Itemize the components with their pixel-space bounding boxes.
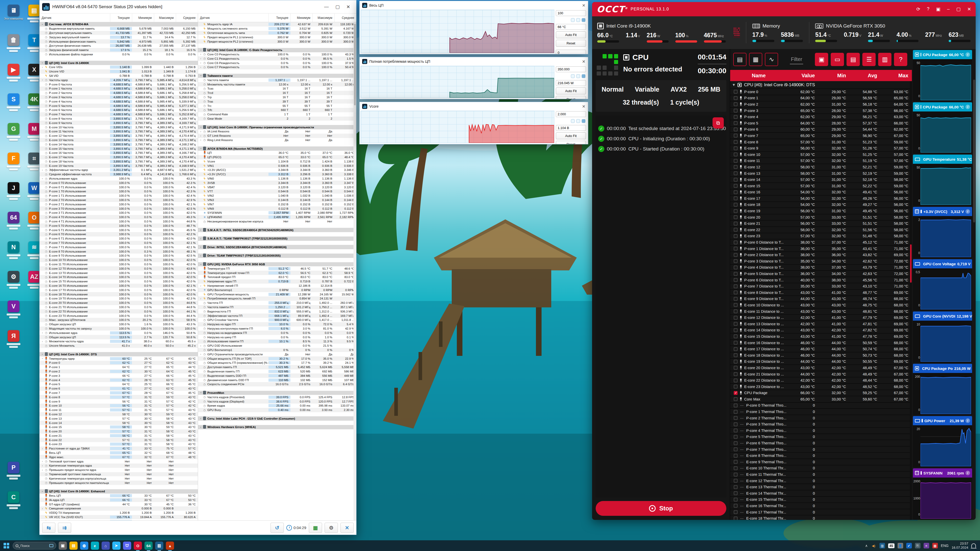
monitor-row[interactable]: P-core 2 Distance to T... 38,00 °C36,00 … — [730, 252, 912, 258]
sensor-row[interactable]: E-core 10 56 °C31 °C57 °C42 °C — [40, 403, 198, 408]
gpu-summary[interactable]: NVIDIA GeForce RTX 3050 51.4°C 0.719V 21… — [815, 23, 970, 42]
monitor-row[interactable]: Core Max 65,00 °C33,00 °C59,60 °C67,00 °… — [730, 396, 912, 403]
sensor-row[interactable]: ϟVTT 0.544 B0.544 B0.544 B0.544 B — [198, 189, 356, 194]
sensor-row[interactable]: ◷P-core 4 T1 Использование 100.0 %0.0 %1… — [40, 219, 198, 224]
sensor-graph-card[interactable]: +3.3V (3VCC) 3,312 V i 20 — [913, 207, 972, 258]
sensor-row[interactable]: ϟVBAT 3.120 B3.120 B3.120 B3.120 B — [198, 185, 356, 189]
sensor-row[interactable]: ◷Частота кадров (Displayed) 38.6 FPS0.0 … — [198, 399, 356, 403]
sensor-section-header[interactable]: ›Система: AFOX B760D4-MA — [40, 22, 198, 27]
sensor-row[interactable]: ◷Trp 16 T16 T16 T — [198, 95, 356, 100]
graph-checkbox[interactable] — [734, 140, 738, 144]
task-view-button[interactable]: ▣ — [59, 541, 67, 550]
sensor-section-header[interactable]: ›AFOX B760D4-MA (Nuvoton NCT5585D) — [198, 146, 356, 151]
sensor-row[interactable]: Весь ЦП 65 °C32 °C68 °C48 °C — [40, 451, 198, 455]
sensor-row[interactable]: ◷P-core 0 T0 Использование 100.0 %0.0 %1… — [40, 181, 198, 185]
sensor-graph-card[interactable]: GPU Temperature 51,38 °C i 500 — [913, 155, 972, 206]
sensor-row[interactable]: P-core 2 62 °C30 °C64 °C45 °C — [40, 369, 198, 374]
app-list-icon[interactable]: ≡ — [924, 543, 929, 548]
sensor-row[interactable]: ◷P-core 7 Частота 4,688.5 МГц4,588.8 МГц… — [40, 112, 198, 117]
sensor-row[interactable]: ◷Частота памяти ГП 1,250.2 ...101.2 МГц1… — [198, 305, 356, 310]
sensor-row[interactable]: ◷E-core 16 T0 Использование 100.0 %0.0 %… — [40, 284, 198, 288]
graph-checkbox[interactable] — [734, 516, 738, 520]
update-icon[interactable]: ⟳ — [916, 6, 920, 12]
monitor-row[interactable]: ⋯ E-core 17 Thermal Thr... 0 — [730, 509, 912, 516]
sensor-row[interactable]: ◷E-core 19 Частота 3,890.5 МГц3,790.7 МГ… — [40, 164, 198, 168]
sensor-row[interactable]: ◷Частота кадров (Presented) 39.0 FPS0.0 … — [198, 395, 356, 399]
sensor-row[interactable]: ◷E-core 11 Частота 3,890.5 МГц3,790.7 МГ… — [40, 129, 198, 134]
graph-checkbox[interactable] — [734, 184, 738, 188]
info-icon[interactable]: i — [966, 52, 970, 57]
monitor-row[interactable]: ⋯ E-core 12 Thermal Thr... 0 — [730, 478, 912, 484]
motherboard-filter-button[interactable]: ▤ — [846, 53, 860, 66]
desktop-icon[interactable]: ⚙ — [3, 271, 24, 289]
sensor-row[interactable]: ◷E-core 11 T0 Использование 100.0 %0.0 %… — [40, 262, 198, 267]
sensor-row[interactable]: ◷E-core 8 T0 Использование 100.0 %0.3 %1… — [40, 249, 198, 254]
sensor-row[interactable]: ϟVcore 1.104 B0.712 B1.424 B1.138 B — [198, 159, 356, 164]
cpu-filter-button[interactable]: ▣ — [815, 53, 828, 66]
column-header[interactable]: ДатчикТекущееМинимумМаксимумСреднее — [40, 14, 198, 22]
graph-checkbox[interactable] — [734, 491, 738, 495]
help-button[interactable]: ? — [894, 53, 907, 66]
sensor-row[interactable]: ϟVDDQ TX Напряжение 1.200 B1.200 B1.200 … — [40, 511, 198, 515]
monitor-row[interactable]: E-core 11 57,00 °C32,00 °C51,19 °C57,00 … — [730, 158, 912, 164]
monitor-row[interactable]: E-core 21 Distance to ... 44,00 °C42,00 … — [730, 371, 912, 378]
graph-checkbox[interactable] — [734, 115, 738, 119]
sensor-row[interactable]: ◷Общая загрузка ЦП 113.5 %2.7 %120.7 %50… — [40, 335, 198, 339]
graph-checkbox[interactable] — [734, 504, 738, 508]
reset-button[interactable]: Reset — [556, 96, 586, 99]
sensor-row[interactable]: ϟМощность системного агента 5.376 W3.512… — [198, 27, 356, 31]
aida64-button[interactable]: 64 — [145, 541, 153, 550]
graph-checkbox[interactable] — [734, 441, 738, 445]
sensor-row[interactable]: ›◷Использование ядра 100.0 %0.0 %100.0 %… — [40, 176, 198, 181]
sensor-row[interactable]: ◷Макс. загрузка ЦП/потоков 100.0 %20.2 %… — [40, 318, 198, 322]
sensor-row[interactable]: ◷P-core 3 Частота 4,688.5 МГц4,588.8 МГц… — [40, 95, 198, 100]
graph-checkbox[interactable] — [734, 278, 738, 282]
sensor-row[interactable]: ◷E-core 9 Частота 3,890.5 МГц3,790.7 МГц… — [40, 121, 198, 125]
graph-checkbox[interactable] — [734, 310, 738, 313]
sensor-row[interactable]: ◷P-core 4 T0 Использование 100.0 %0.0 %1… — [40, 215, 198, 219]
graph-checkbox[interactable] — [734, 379, 738, 383]
sensor-row[interactable]: ›◷Превышен предел мощности ядра НетНетНе… — [40, 468, 198, 472]
sensor-row[interactable]: ◷E-core 10 Частота 3,890.5 МГц3,790.7 МГ… — [40, 125, 198, 129]
security-shield-icon[interactable]: ✔ — [906, 543, 912, 548]
sensor-row[interactable]: ◷P-core 6 T0 Использование 100.0 %0.0 %1… — [40, 232, 198, 237]
auto-fit-button[interactable]: Auto Fit — [556, 132, 586, 139]
occt-button[interactable]: O — [134, 541, 142, 550]
logging-button[interactable]: ▦ — [309, 523, 322, 533]
monitor-row[interactable]: E-core 15 Distance to ... 43,00 °C41,00 … — [730, 333, 912, 340]
desktop-icon[interactable]: ▶ — [3, 64, 24, 82]
sensor-row[interactable]: ◷Command Rate 1 T1 T1 T — [198, 112, 356, 117]
sensor-row[interactable]: ◷E-core 15 T0 Использование 100.0 %0.0 %… — [40, 279, 198, 284]
monitor-row[interactable]: E-core 8 Distance to T... 43,00 °C41,00 … — [730, 289, 912, 296]
close-icon[interactable]: ✕ — [967, 6, 971, 12]
monitor-row[interactable]: P-core 0 62,00 °C29,00 °C54,88 °C63,00 °… — [730, 89, 912, 95]
graph-checkbox[interactable] — [734, 322, 738, 326]
explorer-button[interactable]: ▤ — [69, 541, 78, 550]
hwinfo-tray-icon[interactable]: ▥ — [880, 543, 885, 548]
sensor-row[interactable]: ◷E-core 22 T0 Использование 100.0 %0.0 %… — [40, 309, 198, 313]
sensor-row[interactable]: ◷E-core 21 T0 Использование 100.0 %0.0 %… — [40, 305, 198, 310]
sensor-row[interactable]: ›◷GPU D3D Использование 0.0 %21.5 % — [198, 344, 356, 348]
graph-checkbox[interactable] — [734, 190, 738, 194]
monitor-row[interactable]: P-core 6 Distance to T... 40,00 °C38,00 … — [730, 277, 912, 283]
sensor-row[interactable]: Тепловой предел ГП 83.0 °C83.0 °C83.0 °C… — [198, 275, 356, 279]
monitor-row[interactable]: P-core 0 Distance to T... 38,00 °C37,00 … — [730, 239, 912, 246]
graph-checkbox[interactable] — [734, 121, 738, 125]
graph-checkbox[interactable] — [734, 454, 738, 457]
monitor-row[interactable]: E-core 12 Distance to ... 42,00 °C41,00 … — [730, 314, 912, 321]
help-icon[interactable]: ? — [927, 6, 929, 12]
start-button[interactable] — [3, 542, 10, 549]
sensor-row[interactable]: ◷E-core 20 T0 Использование 100.0 %0.0 %… — [40, 301, 198, 305]
gpu-filter-button[interactable]: ▭ — [831, 53, 844, 66]
sensor-row[interactable]: E-core 15 58 °C30 °C59 °C43 °C — [40, 425, 198, 429]
sensor-row[interactable]: ◷Trc 55 T55 T55 T — [198, 103, 356, 108]
collapse-columns-button[interactable]: ⇉ — [58, 523, 71, 533]
monitor-row[interactable]: P-core 5 64,00 °C28,00 °C57,37 °C66,00 °… — [730, 120, 912, 127]
desktop-icon[interactable]: F — [3, 152, 24, 170]
edge-button[interactable]: e — [91, 541, 99, 550]
monitor-row[interactable]: ⋯ E-core 14 Thermal Thr... 0 — [730, 490, 912, 497]
sensor-row[interactable]: ◷Выделенная виртуальная память 6,668 МБ5… — [40, 27, 198, 31]
graph-checkbox[interactable] — [734, 109, 738, 113]
sensor-section-header[interactable]: ›ЦП [#0]: Intel Core i9-14900K: DTS — [40, 352, 198, 356]
monitor-row[interactable]: E-core 14 57,00 °C31,00 °C52,18 °C58,00 … — [730, 176, 912, 183]
